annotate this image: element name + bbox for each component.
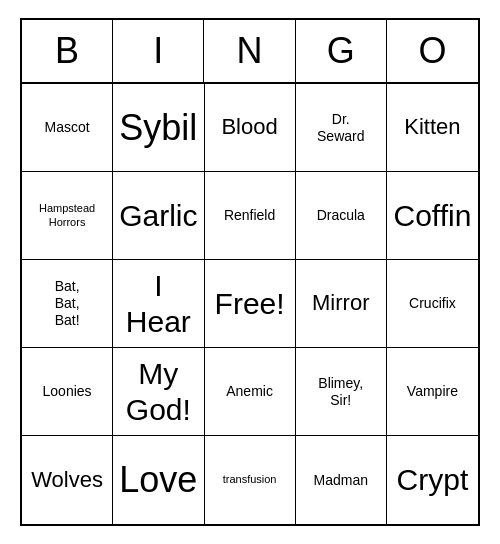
cell-label: Wolves [31,467,103,493]
bingo-cell: Bat, Bat, Bat! [22,260,113,348]
cell-label: Garlic [119,198,197,234]
bingo-cell: My God! [113,348,204,436]
cell-label: Anemic [226,383,273,400]
bingo-cell: Madman [296,436,387,524]
cell-label: Renfield [224,207,275,224]
cell-label: My God! [126,356,191,428]
bingo-cell: Loonies [22,348,113,436]
bingo-cell: Hampstead Horrors [22,172,113,260]
cell-label: Mascot [45,119,90,136]
bingo-cell: transfusion [205,436,296,524]
bingo-cell: Mirror [296,260,387,348]
bingo-cell: Anemic [205,348,296,436]
bingo-cell: Dracula [296,172,387,260]
header-letter-N: N [204,20,295,82]
cell-label: Sybil [119,106,197,149]
bingo-cell: Coffin [387,172,478,260]
bingo-cell: Free! [205,260,296,348]
cell-label: Dracula [317,207,365,224]
cell-label: Dr. Seward [317,111,364,145]
bingo-cell: Crypt [387,436,478,524]
cell-label: transfusion [223,473,277,486]
cell-label: Coffin [394,198,472,234]
bingo-cell: Love [113,436,204,524]
cell-label: Hampstead Horrors [39,202,95,228]
cell-label: Mirror [312,290,369,316]
header-letter-G: G [296,20,387,82]
bingo-cell: Garlic [113,172,204,260]
cell-label: Bat, Bat, Bat! [55,278,80,328]
cell-label: Blimey, Sir! [318,375,363,409]
bingo-grid: MascotSybilBloodDr. SewardKittenHampstea… [22,84,478,524]
bingo-cell: Vampire [387,348,478,436]
cell-label: Free! [215,286,285,322]
cell-label: Vampire [407,383,458,400]
cell-label: Kitten [404,114,460,140]
bingo-cell: Blimey, Sir! [296,348,387,436]
bingo-cell: Renfield [205,172,296,260]
header-letter-I: I [113,20,204,82]
header-letter-O: O [387,20,478,82]
cell-label: Madman [314,472,368,489]
cell-label: Love [119,458,197,501]
cell-label: Crypt [397,462,469,498]
bingo-cell: Blood [205,84,296,172]
cell-label: Loonies [43,383,92,400]
cell-label: Crucifix [409,295,456,312]
bingo-cell: Sybil [113,84,204,172]
cell-label: I Hear [126,268,191,340]
bingo-cell: Dr. Seward [296,84,387,172]
bingo-cell: Wolves [22,436,113,524]
bingo-card: BINGO MascotSybilBloodDr. SewardKittenHa… [20,18,480,526]
bingo-cell: Crucifix [387,260,478,348]
header-letter-B: B [22,20,113,82]
bingo-cell: Kitten [387,84,478,172]
cell-label: Blood [221,114,277,140]
bingo-cell: I Hear [113,260,204,348]
bingo-cell: Mascot [22,84,113,172]
bingo-header: BINGO [22,20,478,84]
